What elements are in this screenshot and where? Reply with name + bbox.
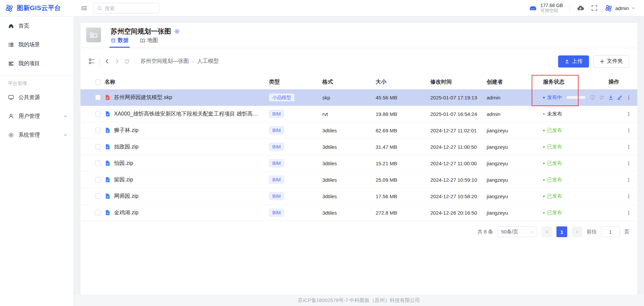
tree-view-icon[interactable] (89, 58, 95, 64)
file-format: 3dtiles (322, 210, 376, 216)
preview-icon[interactable] (590, 95, 595, 100)
status-dot-icon (543, 146, 545, 148)
file-name[interactable]: 金鸡湖.zip (114, 209, 139, 216)
convert-icon[interactable] (599, 95, 604, 100)
row-checkbox[interactable] (95, 95, 101, 100)
row-checkbox[interactable] (95, 111, 101, 117)
more-icon[interactable] (626, 210, 631, 215)
app-logo[interactable]: 图新GIS云平台 (0, 0, 74, 16)
more-icon[interactable] (626, 144, 631, 149)
goto-page-input[interactable] (601, 226, 620, 237)
sidebar-item-system-management[interactable]: 系统管理 (0, 128, 73, 142)
sidebar-item-user-management[interactable]: 用户管理 (0, 110, 73, 123)
table-row[interactable]: 网师园.zipBIM3dtiles17.56 MB2024-12-27 10:5… (80, 188, 637, 205)
table-row[interactable]: 苏州网师园建筑模型.skp小品模型skp45.56 MB2025-01-07 1… (80, 89, 637, 106)
back-icon[interactable] (105, 59, 110, 64)
select-all-checkbox[interactable] (95, 79, 101, 85)
sidebar-item-home[interactable]: 首页 (0, 19, 73, 33)
row-checkbox[interactable] (95, 128, 101, 133)
prev-page-button[interactable] (541, 226, 552, 237)
fullscreen-button[interactable] (591, 5, 598, 11)
user-menu[interactable]: admin (604, 4, 635, 12)
tab-data[interactable]: 数据 (111, 37, 128, 48)
sidebar-item-my-scenes[interactable]: 我的场景 (0, 38, 73, 51)
cloud-upload-icon (577, 4, 584, 12)
page-size-select[interactable]: 50条/页 (497, 226, 537, 237)
file-name[interactable]: 狮子林.zip (114, 127, 139, 134)
file-name[interactable]: 网师园.zip (114, 193, 139, 200)
next-page-button[interactable] (572, 226, 582, 237)
download-icon[interactable] (608, 95, 613, 100)
status-label: 已发布 (547, 127, 562, 134)
modified-time: 2025-01-07 16:54:24 (430, 111, 487, 117)
more-icon[interactable] (626, 177, 631, 182)
more-icon[interactable] (626, 95, 631, 100)
more-icon[interactable] (626, 112, 631, 117)
column-header-service-status: 服务状态 (543, 79, 604, 86)
file-name[interactable]: 怡园.zip (114, 160, 133, 167)
status-label: 发布中 (547, 94, 562, 101)
file-size: 19.88 MB (376, 111, 430, 117)
breadcrumb: 苏州空间规划—张图 › 人工模型 (141, 58, 219, 65)
tab-map[interactable]: 地图 (140, 37, 158, 48)
service-status: 未发布 (543, 111, 604, 117)
sidebar-item-public-resources[interactable]: 公共资源 (0, 91, 73, 104)
3dtiles-file-icon (105, 144, 111, 150)
table-row[interactable]: 金鸡湖.zipBIM3dtiles272.8 MB2024-12-26 20:1… (80, 205, 637, 221)
file-name[interactable]: 留园.zip (114, 176, 133, 183)
global-search[interactable] (94, 3, 159, 13)
refresh-icon[interactable] (124, 59, 129, 64)
storage-info: 177.68 GB 可用空间 (529, 3, 563, 13)
breadcrumb-root[interactable]: 苏州空间规划—张图 (141, 58, 189, 65)
more-icon[interactable] (626, 194, 631, 199)
file-size: 31.47 MB (376, 144, 430, 150)
modified-time: 2024-12-27 10:58:20 (430, 193, 487, 199)
row-checkbox[interactable] (95, 193, 101, 199)
file-name[interactable]: 拙政园.zip (114, 143, 139, 150)
type-badge: BIM (269, 143, 284, 151)
service-status: 已发布 (543, 177, 604, 183)
creator: jiangzeyu (487, 161, 543, 166)
upload-tasks-button[interactable] (577, 4, 584, 12)
3dtiles-file-icon (105, 127, 111, 133)
3dtiles-file-icon (105, 193, 111, 199)
creator: admin (487, 95, 543, 100)
page-number-current[interactable]: 1 (556, 226, 567, 237)
upload-button[interactable]: 上传 (558, 55, 589, 68)
row-checkbox[interactable] (95, 177, 101, 182)
table-row[interactable]: 留园.zipBIM3dtiles25.09 MB2024-12-27 10:59… (80, 172, 637, 188)
search-input[interactable] (105, 5, 155, 11)
footer: 苏ICP备16002578号-7 中科图新（苏州）科技有限公司 (74, 295, 644, 306)
file-name[interactable]: 苏州网师园建筑模型.skp (114, 94, 172, 101)
breadcrumb-current[interactable]: 人工模型 (197, 58, 219, 65)
row-checkbox[interactable] (95, 210, 101, 215)
forward-icon[interactable] (114, 59, 119, 64)
row-checkbox[interactable] (95, 161, 101, 166)
file-format: 3dtiles (322, 161, 376, 166)
file-name[interactable]: XA000_雄忻高铁雄安新区地下段相关配套工程项目 雄忻高铁雄... (114, 111, 262, 118)
sidebar-item-my-projects[interactable]: 我的项目 (0, 57, 73, 70)
row-checkbox[interactable] (95, 144, 101, 149)
sidebar-item-label: 首页 (18, 23, 29, 30)
page-title: 苏州空间规划一张图 (111, 27, 171, 36)
table-row[interactable]: 狮子林.zipBIM3dtiles62.69 MB2024-12-27 11:0… (80, 122, 637, 139)
breadcrumb-separator: › (192, 58, 194, 64)
column-header-modified: 修改时间 (430, 79, 487, 86)
status-dot-icon (543, 163, 545, 164)
file-format: rvt (322, 111, 376, 117)
table-row[interactable]: 怡园.zipBIM3dtiles15.21 MB2024-12-27 11:00… (80, 155, 637, 172)
file-size: 45.56 MB (376, 95, 430, 100)
table-row[interactable]: 拙政园.zipBIM3dtiles31.47 MB2024-12-27 11:0… (80, 139, 637, 155)
table-row[interactable]: XA000_雄忻高铁雄安新区地下段相关配套工程项目 雄忻高铁雄...BIMrvt… (80, 106, 637, 122)
service-status: 已发布 (543, 210, 604, 216)
settings-gear-icon[interactable] (174, 29, 180, 34)
more-icon[interactable] (626, 128, 631, 133)
file-size: 62.69 MB (376, 128, 430, 133)
collapse-sidebar-icon[interactable] (81, 5, 88, 11)
column-header-name: 名称 (105, 79, 269, 86)
tab-label: 数据 (118, 37, 128, 44)
more-icon[interactable] (626, 161, 631, 166)
modified-time: 2024-12-27 11:02:01 (430, 128, 487, 133)
new-folder-button[interactable]: 文件夹 (593, 55, 629, 68)
edit-icon[interactable] (617, 95, 623, 100)
